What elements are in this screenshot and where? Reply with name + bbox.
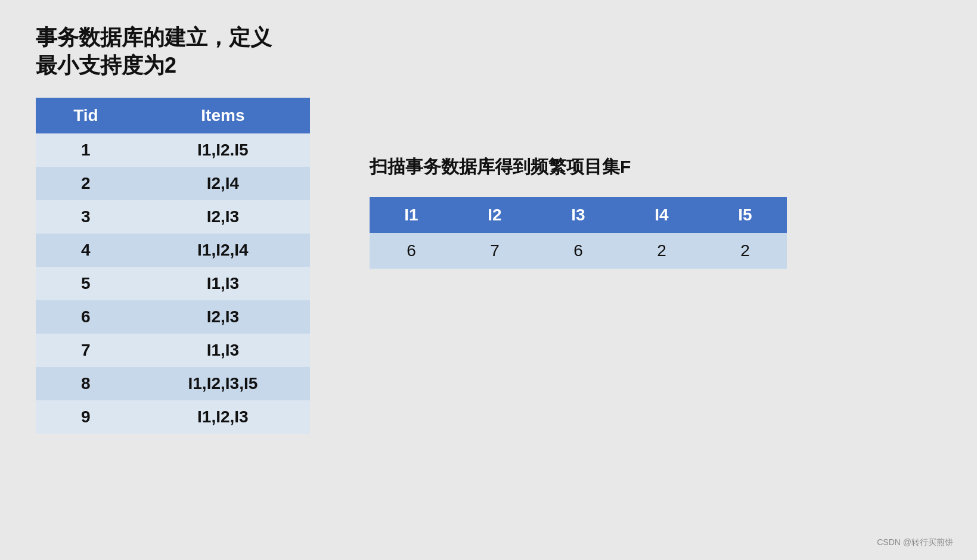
freq-cell: 7 bbox=[453, 233, 536, 269]
cell-items: I2,I3 bbox=[136, 300, 310, 334]
transaction-table: Tid Items 1I1,I2.I52I2,I43I2,I34I1,I2,I4… bbox=[36, 98, 310, 434]
freq-col-header: I1 bbox=[370, 197, 453, 233]
cell-items: I1,I2,I3 bbox=[136, 400, 310, 434]
cell-tid: 2 bbox=[36, 167, 136, 200]
col-header-items: Items bbox=[136, 98, 310, 133]
table-row: 7I1,I3 bbox=[36, 334, 310, 367]
table-row: 2I2,I4 bbox=[36, 167, 310, 200]
cell-tid: 7 bbox=[36, 334, 136, 367]
cell-tid: 3 bbox=[36, 200, 136, 234]
cell-items: I1,I3 bbox=[136, 334, 310, 367]
cell-tid: 1 bbox=[36, 133, 136, 167]
cell-items: I1,I2.I5 bbox=[136, 133, 310, 167]
freq-cell: 6 bbox=[370, 233, 453, 269]
table-row: 5I1,I3 bbox=[36, 267, 310, 300]
watermark: CSDN @转行买煎饼 bbox=[877, 537, 953, 548]
cell-tid: 9 bbox=[36, 400, 136, 434]
main-container: 事务数据库的建立，定义 最小支持度为2 Tid Items 1I1,I2.I52… bbox=[36, 24, 941, 434]
cell-tid: 4 bbox=[36, 234, 136, 267]
freq-cell: 2 bbox=[703, 233, 787, 269]
cell-tid: 6 bbox=[36, 300, 136, 334]
freq-cell: 2 bbox=[620, 233, 703, 269]
freq-col-header: I5 bbox=[703, 197, 787, 233]
col-header-tid: Tid bbox=[36, 98, 136, 133]
cell-items: I1,I2,I3,I5 bbox=[136, 367, 310, 400]
page-title: 事务数据库的建立，定义 最小支持度为2 bbox=[36, 24, 310, 80]
cell-items: I1,I2,I4 bbox=[136, 234, 310, 267]
left-section: 事务数据库的建立，定义 最小支持度为2 Tid Items 1I1,I2.I52… bbox=[36, 24, 310, 434]
table-row: 3I2,I3 bbox=[36, 200, 310, 234]
freq-table: I1I2I3I4I5 67622 bbox=[370, 197, 787, 269]
freq-cell: 6 bbox=[536, 233, 620, 269]
table-row: 4I1,I2,I4 bbox=[36, 234, 310, 267]
table-row: 1I1,I2.I5 bbox=[36, 133, 310, 167]
title-line1: 事务数据库的建立，定义 bbox=[36, 25, 272, 49]
freq-col-header: I4 bbox=[620, 197, 703, 233]
freq-col-header: I2 bbox=[453, 197, 536, 233]
table-row: 6I2,I3 bbox=[36, 300, 310, 334]
cell-items: I2,I3 bbox=[136, 200, 310, 234]
cell-tid: 5 bbox=[36, 267, 136, 300]
freq-section-title: 扫描事务数据库得到频繁项目集F bbox=[370, 155, 787, 179]
right-section: 扫描事务数据库得到频繁项目集F I1I2I3I4I5 67622 bbox=[370, 155, 787, 269]
table-row: 8I1,I2,I3,I5 bbox=[36, 367, 310, 400]
table-row: 9I1,I2,I3 bbox=[36, 400, 310, 434]
cell-tid: 8 bbox=[36, 367, 136, 400]
cell-items: I1,I3 bbox=[136, 267, 310, 300]
freq-col-header: I3 bbox=[536, 197, 620, 233]
cell-items: I2,I4 bbox=[136, 167, 310, 200]
title-line2: 最小支持度为2 bbox=[36, 53, 176, 77]
